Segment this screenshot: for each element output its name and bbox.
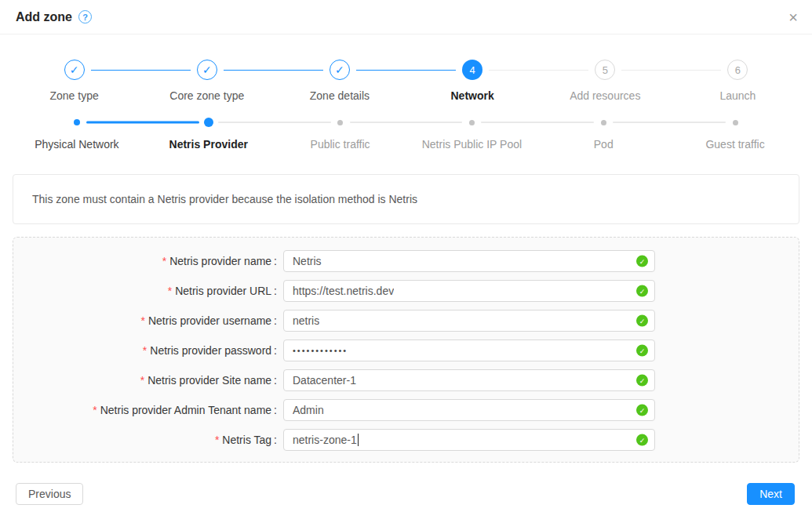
- form-row-netris-provider-site-name: *Netris provider Site name: Datacenter-1…: [13, 369, 799, 391]
- wizard-step-zone-details: ✓ Zone details: [273, 60, 406, 103]
- required-marker: *: [143, 344, 147, 357]
- substep-label: Public traffic: [311, 136, 370, 152]
- field-colon: :: [274, 434, 277, 446]
- isolation-notice: This zone must contain a Netris provider…: [13, 174, 799, 224]
- input-value: netris: [293, 314, 319, 327]
- field-colon: :: [274, 285, 277, 297]
- step-check-icon: ✓: [64, 60, 85, 80]
- substep-dot: [204, 118, 213, 127]
- page-title: Add zone: [16, 10, 72, 24]
- substep-label: Physical Network: [35, 136, 118, 152]
- wizard-steps: ✓ Zone type ✓ Core zone type ✓ Zone deta…: [0, 60, 812, 103]
- netris-provider-url-input[interactable]: https://test.netris.dev ✓: [283, 280, 655, 302]
- step-number: 4: [462, 60, 482, 80]
- required-marker: *: [168, 285, 172, 297]
- input-value: Datacenter-1: [293, 374, 356, 387]
- field-label-text: Netris provider username: [148, 314, 271, 327]
- netris-provider-username-input[interactable]: netris ✓: [283, 310, 655, 332]
- form-row-netris-provider-admin-tenant-name: *Netris provider Admin Tenant name: Admi…: [13, 399, 799, 421]
- required-marker: *: [140, 374, 144, 387]
- netris-provider-site-name-input[interactable]: Datacenter-1 ✓: [283, 369, 655, 391]
- field-label-text: Netris provider Admin Tenant name: [100, 404, 271, 416]
- field-label: *Netris provider URL:: [13, 280, 277, 302]
- check-glyph: ✓: [202, 64, 212, 76]
- wizard-step-zone-type: ✓ Zone type: [8, 60, 140, 103]
- substep-label: Netris Public IP Pool: [422, 136, 522, 152]
- substep-netris-public-ip-pool: Netris Public IP Pool: [406, 118, 537, 152]
- validation-success-icon: ✓: [636, 345, 648, 357]
- validation-success-icon: ✓: [636, 405, 648, 416]
- check-glyph: ✓: [639, 317, 646, 325]
- check-glyph: ✓: [639, 257, 646, 265]
- substep-netris-provider: Netris Provider: [143, 118, 275, 152]
- wizard-step-network: 4 Network: [406, 60, 539, 103]
- check-glyph: ✓: [639, 347, 646, 354]
- substep-label: Guest traffic: [705, 136, 764, 152]
- substep-dot-wrap: [74, 118, 80, 127]
- zone-form-card: *Netris provider name: Netris ✓ *Netris …: [13, 237, 799, 463]
- validation-success-icon: ✓: [636, 256, 648, 267]
- input-value: Netris: [293, 255, 322, 267]
- text-caret: [358, 434, 359, 446]
- substep-public-traffic: Public traffic: [275, 118, 406, 152]
- substep-dot-wrap: [204, 118, 213, 127]
- substep-dot-wrap: [733, 118, 738, 127]
- field-label: *Netris provider Admin Tenant name:: [13, 399, 277, 421]
- previous-button[interactable]: Previous: [16, 483, 83, 505]
- field-label-text: Netris provider password: [150, 344, 271, 357]
- form-row-netris-tag: *Netris Tag: netris-zone-1 ✓: [13, 429, 799, 451]
- step-check-icon: ✓: [330, 60, 350, 80]
- input-value: netris-zone-1: [293, 434, 357, 446]
- validation-success-icon: ✓: [636, 434, 648, 446]
- form-row-netris-provider-password: *Netris provider password: •••••••••••• …: [13, 340, 799, 361]
- check-glyph: ✓: [639, 376, 646, 384]
- field-label-text: Netris Tag: [222, 434, 271, 446]
- input-value-masked: ••••••••••••: [293, 346, 348, 355]
- field-colon: :: [274, 255, 277, 267]
- field-label: *Netris provider username:: [13, 310, 277, 332]
- required-marker: *: [162, 255, 166, 267]
- step-label: Network: [450, 88, 493, 103]
- step-label: Zone type: [49, 88, 98, 103]
- notice-text: This zone must contain a Netris provider…: [32, 193, 417, 205]
- check-glyph: ✓: [70, 64, 79, 76]
- close-icon-glyph: ×: [788, 9, 798, 26]
- substep-dot: [74, 119, 80, 125]
- close-icon[interactable]: ×: [788, 9, 798, 25]
- step-label: Zone details: [310, 88, 370, 103]
- modal-footer: Previous Next: [16, 483, 795, 505]
- input-value: Admin: [293, 404, 324, 416]
- step-number: 5: [595, 60, 615, 80]
- field-label: *Netris provider Site name:: [13, 369, 277, 391]
- field-label-text: Netris provider URL: [175, 285, 271, 297]
- form-row-netris-provider-name: *Netris provider name: Netris ✓: [13, 250, 799, 272]
- netris-tag-input[interactable]: netris-zone-1 ✓: [283, 429, 655, 451]
- field-label-text: Netris provider Site name: [147, 374, 271, 387]
- required-marker: *: [93, 404, 96, 416]
- substep-guest-traffic: Guest traffic: [669, 118, 801, 152]
- netris-provider-admin-tenant-name-input[interactable]: Admin ✓: [283, 399, 655, 421]
- field-label: *Netris Tag:: [13, 429, 277, 451]
- field-colon: :: [274, 314, 277, 327]
- form-row-netris-provider-url: *Netris provider URL: https://test.netri…: [13, 280, 799, 302]
- wizard-step-core-zone-type: ✓ Core zone type: [140, 60, 273, 103]
- substep-physical-network: Physical Network: [11, 118, 143, 152]
- step-label: Add resources: [570, 88, 640, 103]
- substep-label: Pod: [594, 136, 614, 152]
- substep-dot: [733, 120, 738, 125]
- next-button[interactable]: Next: [747, 483, 795, 505]
- modal-header: Add zone ? ×: [0, 0, 812, 34]
- network-substeps: Physical Network Netris Provider Public …: [0, 118, 812, 152]
- step-label: Launch: [719, 88, 756, 103]
- netris-provider-password-input[interactable]: •••••••••••• ✓: [283, 340, 655, 361]
- help-icon[interactable]: ?: [78, 10, 92, 24]
- netris-provider-name-input[interactable]: Netris ✓: [283, 250, 655, 272]
- substep-dot-wrap: [469, 118, 475, 127]
- help-icon-glyph: ?: [82, 13, 88, 22]
- validation-success-icon: ✓: [636, 285, 648, 297]
- check-glyph: ✓: [639, 406, 646, 414]
- check-glyph: ✓: [639, 436, 646, 444]
- substep-label: Netris Provider: [169, 136, 248, 152]
- validation-success-icon: ✓: [636, 315, 648, 327]
- substep-dot-wrap: [601, 118, 606, 127]
